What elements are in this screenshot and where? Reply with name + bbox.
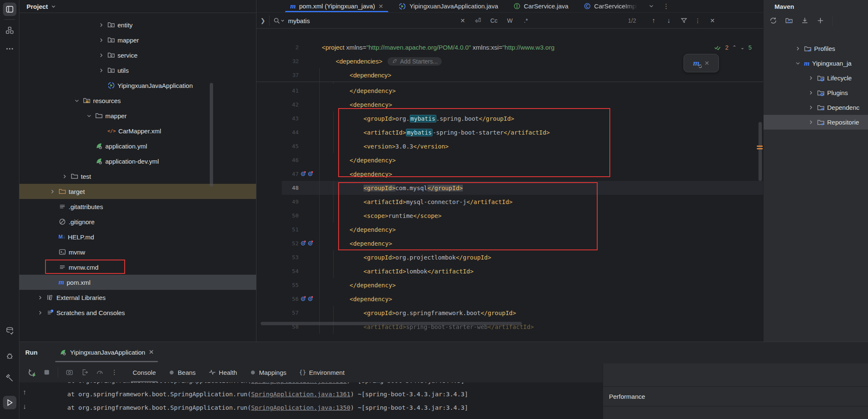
performance-row[interactable]: Performance	[603, 386, 868, 406]
console-output[interactable]: at org.springframework.boot.SpringApplic…	[19, 382, 603, 419]
stop-icon[interactable]	[43, 369, 50, 376]
run-view-tab-health[interactable]: Health	[207, 362, 239, 382]
filter-icon[interactable]	[676, 17, 692, 24]
line-number[interactable]: 44	[256, 129, 299, 135]
tab-options-icon[interactable]: ⋮	[663, 3, 669, 10]
chevron-right-icon[interactable]	[97, 51, 105, 59]
project-tree-item[interactable]: </>CarMapper.xml	[19, 123, 256, 138]
chevron-right-icon[interactable]	[807, 74, 815, 82]
chevron-right-icon[interactable]	[97, 36, 105, 44]
code-line[interactable]: 48<groupId>com.mysql</groupId>	[256, 181, 763, 195]
editor-vertical-scrollbar[interactable]	[758, 122, 762, 181]
chevron-right-icon[interactable]	[97, 21, 105, 29]
line-number[interactable]: 51	[256, 226, 299, 233]
code-line[interactable]: 41</dependency>	[256, 84, 763, 98]
regex-button[interactable]: .*	[518, 17, 534, 24]
project-tree-item[interactable]: target	[19, 184, 256, 199]
project-panel-header[interactable]: Project	[19, 0, 256, 13]
chevron-right-icon[interactable]	[61, 172, 68, 180]
chevron-down-icon[interactable]	[73, 97, 80, 104]
editor-horizontal-scrollbar[interactable]	[261, 322, 522, 325]
new-line-icon[interactable]: ⏎	[470, 16, 486, 25]
line-number[interactable]: 49	[256, 199, 299, 205]
code-line[interactable]: 2<project xmlns="http://maven.apache.org…	[256, 40, 763, 54]
chevron-right-icon[interactable]	[807, 104, 815, 111]
project-tool-button[interactable]	[3, 3, 16, 16]
clear-search-icon[interactable]: ✕	[456, 17, 470, 24]
code-line[interactable]: 54<artifactId>lombok</artifactId>	[256, 264, 763, 278]
project-tree-item[interactable]: YipingxuanJavaApplication	[19, 78, 256, 93]
scroll-down-icon[interactable]: ↓	[23, 403, 27, 411]
prev-problem-icon[interactable]: ⌃	[732, 45, 737, 50]
line-number[interactable]: 42	[256, 101, 299, 108]
build-tool-button[interactable]	[3, 371, 16, 385]
code-line[interactable]: 44<artifactId>mybatis-spring-boot-starte…	[256, 125, 763, 139]
maven-tree-item[interactable]: Repositorie	[764, 115, 868, 130]
maven-reload-all-icon[interactable]	[785, 17, 793, 24]
run-more-icon[interactable]: ⋮	[111, 369, 118, 376]
scroll-up-icon[interactable]: ↑	[23, 388, 27, 397]
line-number[interactable]: 46	[256, 157, 299, 163]
search-more-icon[interactable]: ⋮	[692, 17, 704, 24]
project-tree-item[interactable]: mvnw.cmd	[19, 260, 256, 275]
project-tree-item[interactable]: test	[19, 169, 256, 184]
maven-tree-item[interactable]: Plugins	[764, 85, 868, 100]
project-tree-item[interactable]: Scratches and Consoles	[19, 305, 256, 320]
close-search-icon[interactable]: ✕	[704, 17, 721, 24]
line-number[interactable]: 57	[256, 310, 299, 316]
run-view-tab-environment[interactable]: {}Environment	[297, 362, 346, 382]
override-gutter-icon[interactable]	[300, 295, 307, 302]
thread-snapshot-icon[interactable]	[66, 369, 73, 376]
code-line[interactable]: 43<groupId>org.mybatis.spring.boot</grou…	[256, 111, 763, 125]
line-number[interactable]: 41	[256, 88, 299, 94]
project-tree-item[interactable]: utils	[19, 63, 256, 78]
project-tree-item[interactable]: mapper	[19, 108, 256, 123]
project-tree-item[interactable]: entity	[19, 17, 256, 32]
download-sources-icon[interactable]	[801, 17, 809, 24]
line-number[interactable]: 32	[256, 58, 299, 64]
whole-words-button[interactable]: W	[502, 17, 518, 24]
chevron-right-icon[interactable]	[97, 66, 105, 74]
line-number[interactable]: 2	[256, 44, 299, 50]
search-input[interactable]: mybatis	[288, 17, 310, 24]
project-tree-item[interactable]: External Libraries	[19, 290, 256, 305]
dismiss-reload-icon[interactable]: ✕	[705, 60, 710, 66]
maven-tree-item[interactable]: Profiles	[764, 41, 868, 56]
code-line[interactable]: 56<dependency>	[256, 292, 763, 306]
chevron-right-icon[interactable]	[36, 309, 44, 316]
maven-tree-item[interactable]: Dependenc	[764, 100, 868, 115]
maven-reload-icon[interactable]: m	[693, 58, 700, 68]
editor-tab[interactable]: mpom.xml (Yipingxuan_java)✕	[283, 0, 391, 12]
code-line[interactable]: 45<version>3.0.3</version>	[256, 139, 763, 153]
run-tool-button[interactable]	[3, 396, 16, 409]
inspections-widget[interactable]: 2 ⌃ ⌄ 5	[711, 42, 754, 53]
code-line[interactable]: 57<groupId>org.springframework.boot</gro…	[256, 306, 763, 320]
project-tree-item[interactable]: M↓HELP.md	[19, 229, 256, 244]
stack-frame-link[interactable]: SpringApplication.java:1361	[251, 391, 350, 398]
stack-frame-link[interactable]: SpringApplication.java:1350	[251, 404, 350, 411]
line-number[interactable]: 43	[256, 115, 299, 122]
editor-tab[interactable]: CarService.java	[506, 0, 576, 12]
project-tree-item[interactable]: mvnw	[19, 244, 256, 260]
maven-sync-icon[interactable]	[769, 17, 777, 24]
project-tree-item[interactable]: application.yml	[19, 138, 256, 154]
debug-tool-button[interactable]	[3, 349, 16, 363]
maven-reload-float-button[interactable]: m ✕	[684, 54, 719, 72]
rerun-icon[interactable]	[28, 369, 36, 377]
project-tree-item[interactable]: mapper	[19, 32, 256, 48]
project-tree-scrollbar[interactable]	[210, 83, 213, 186]
override-gutter-icon[interactable]	[300, 170, 307, 177]
chevron-right-icon[interactable]	[48, 188, 56, 195]
run-configuration-tab[interactable]: YipingxuanJavaApplication ✕	[55, 342, 158, 362]
run-view-tab-console[interactable]: Console	[131, 362, 158, 382]
project-tree-item[interactable]: .gitignore	[19, 214, 256, 229]
line-number[interactable]: 48	[256, 185, 299, 191]
line-number[interactable]: 37	[256, 72, 299, 78]
more-tools-button[interactable]	[3, 42, 16, 56]
code-line[interactable]: 46</dependency>	[256, 153, 763, 167]
project-tree-item[interactable]: resources	[19, 93, 256, 108]
override-gutter-icon[interactable]	[300, 240, 307, 246]
chevron-right-icon[interactable]	[807, 119, 815, 126]
line-number[interactable]: 56	[256, 296, 299, 302]
match-case-button[interactable]: Cc	[486, 17, 502, 24]
